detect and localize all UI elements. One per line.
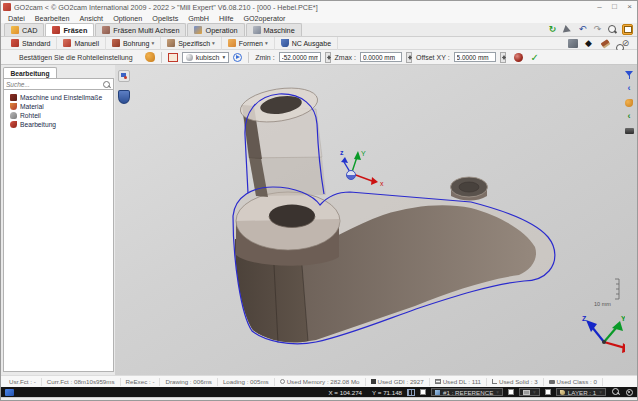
tab-bearbeitung[interactable]: Bearbeitung <box>3 67 57 78</box>
status-used-gdi: Used GDI : 2927 <box>366 378 430 386</box>
chevron-down-icon: ▾ <box>599 389 602 395</box>
machine-setup-icon[interactable] <box>568 39 578 48</box>
separator <box>248 52 249 63</box>
stock-type-select[interactable]: kubisch ▾ <box>182 52 230 63</box>
memory-icon <box>280 379 285 384</box>
search-icon[interactable] <box>102 80 111 89</box>
confirm-check-icon[interactable]: ✓ <box>531 52 539 63</box>
settings-gear-icon[interactable] <box>626 389 633 396</box>
refresh-icon[interactable]: ↻ <box>547 24 558 35</box>
brush-icon[interactable] <box>599 38 610 49</box>
origin-triad-gizmo[interactable]: x Y z <box>340 149 384 187</box>
close-icon[interactable]: × <box>622 1 637 13</box>
redo-icon[interactable]: ↷ <box>592 24 603 35</box>
tab-fraesen-multi-achsen[interactable]: Fräsen Multi Achsen <box>95 23 186 36</box>
tree-item-bearbeitung[interactable]: Bearbeitung <box>4 120 113 129</box>
tab-fraesen-label: Fräsen <box>63 26 87 35</box>
grid-icon[interactable] <box>407 389 415 396</box>
coord-x: X = 104.274 <box>329 389 363 396</box>
apply-sphere-icon[interactable] <box>514 53 523 62</box>
tab-cad[interactable]: CAD <box>4 23 44 36</box>
offset-xy-field[interactable] <box>454 52 496 62</box>
zmax-field[interactable] <box>360 52 402 62</box>
app-icon <box>3 3 11 11</box>
search-input[interactable] <box>6 81 102 88</box>
viewport-3d[interactable]: x Y z 10 mm Z <box>115 65 637 375</box>
chevron-down-icon: ▾ <box>496 389 499 395</box>
menu-item-optionen[interactable]: Optionen <box>113 14 142 23</box>
zoom-selection-icon[interactable] <box>611 388 621 397</box>
menu-item-opelists[interactable]: Opelists <box>152 14 178 23</box>
pointer-tool-icon[interactable] <box>562 24 573 35</box>
operation-list-icon <box>194 26 202 34</box>
tab-maschine[interactable]: Maschine <box>246 23 302 36</box>
orange-tool-icon[interactable] <box>625 99 633 107</box>
viewport-canvas[interactable]: x Y z 10 mm Z <box>115 65 625 375</box>
corner-y-label: Y <box>621 315 625 322</box>
shield-icon[interactable] <box>118 90 130 104</box>
solid-icon <box>492 379 497 384</box>
group-formen[interactable]: Formen ▾ <box>222 37 275 50</box>
menu-item-datei[interactable]: Datei <box>8 14 25 23</box>
stock-frame-icon[interactable] <box>168 53 178 62</box>
group-manuell[interactable]: Manuell <box>57 37 106 50</box>
menu-item-hilfe[interactable]: Hilfe <box>219 14 233 23</box>
machining-tree: Maschine und Einstellmaße Material Rohte… <box>3 90 114 372</box>
layer-checkbox[interactable] <box>545 389 551 395</box>
reference-checkbox[interactable] <box>420 389 426 395</box>
tree-item-maschine-label: Maschine und Einstellmaße <box>20 94 102 101</box>
standard-tool-icon <box>11 39 19 47</box>
gdi-icon <box>371 379 376 384</box>
group-nc-ausgabe[interactable]: NC Ausgabe <box>275 37 338 50</box>
drill-icon <box>112 39 120 47</box>
measure-icon[interactable] <box>622 24 633 35</box>
origin-y-label: Y <box>361 150 366 157</box>
tree-item-rohteil[interactable]: Rohteil <box>4 111 113 120</box>
tab-fraesen[interactable]: Fräsen <box>45 23 94 36</box>
filter-icon[interactable] <box>624 70 634 80</box>
offset-xy-stepper[interactable] <box>500 52 506 63</box>
milling-icon <box>52 26 60 34</box>
chevron-left-icon[interactable]: ‹ <box>623 111 635 122</box>
status-used-memory: Used Memory : 282.08 Mo <box>275 378 366 386</box>
snap-mode-icon[interactable] <box>5 389 14 396</box>
group-bohrung[interactable]: Bohrung ▾ <box>106 37 161 50</box>
sidebar-search-row <box>3 78 114 90</box>
zmin-stepper[interactable] <box>325 52 331 63</box>
menu-item-ansicht[interactable]: Ansicht <box>80 14 104 23</box>
group-standard[interactable]: Standard <box>5 37 57 50</box>
stock-hand-icon[interactable] <box>145 52 155 62</box>
reference-select[interactable]: #1 : REFERENCE ▾ <box>431 388 503 396</box>
dark-tool-icon[interactable] <box>625 128 634 134</box>
cursor-coordinates: X = 104.274 Y = 71.148 <box>329 389 403 396</box>
menu-item-gmbh[interactable]: GmbH <box>188 14 209 23</box>
zoom-icon[interactable] <box>607 24 618 35</box>
chevron-down-icon: ▾ <box>265 40 268 46</box>
layer-select[interactable]: LAYER : 1 ▾ <box>556 388 606 396</box>
color-checkbox[interactable] <box>508 389 514 395</box>
group-spezifisch[interactable]: Spezifisch ▾ <box>161 37 222 50</box>
minimize-icon[interactable]: – <box>592 1 607 13</box>
tree-item-material[interactable]: Material <box>4 102 113 111</box>
status-drawing: Drawing : 006ms <box>160 378 217 386</box>
undo-icon[interactable]: ↶ <box>577 24 588 35</box>
tab-operation[interactable]: Operation <box>187 23 244 36</box>
group-standard-label: Standard <box>22 40 50 47</box>
collapse-left-icon[interactable]: ‹ <box>623 83 635 94</box>
status-reexec: ReExec : - <box>121 378 161 386</box>
menu-item-bearbeiten[interactable]: Bearbeiten <box>35 14 70 23</box>
zmin-field[interactable] <box>279 52 321 62</box>
info-icon[interactable] <box>233 53 242 62</box>
origin-x-label: x <box>380 180 384 187</box>
tree-item-maschine[interactable]: Maschine und Einstellmaße <box>4 93 113 102</box>
color-select[interactable]: ▾ <box>519 388 540 396</box>
menu-item-go2operator[interactable]: GO2operator <box>243 14 285 23</box>
group-formen-label: Formen <box>239 40 263 47</box>
chevron-down-icon: ▾ <box>151 40 154 46</box>
zmax-stepper[interactable] <box>406 52 412 63</box>
viewport-right-tools: ‹ ‹ <box>623 69 635 136</box>
zmax-label: Zmax : <box>335 54 356 61</box>
render-mode-icon[interactable]: ◆ <box>583 38 594 49</box>
maximize-icon[interactable]: □ <box>607 1 622 13</box>
probe-icon[interactable] <box>118 70 130 82</box>
